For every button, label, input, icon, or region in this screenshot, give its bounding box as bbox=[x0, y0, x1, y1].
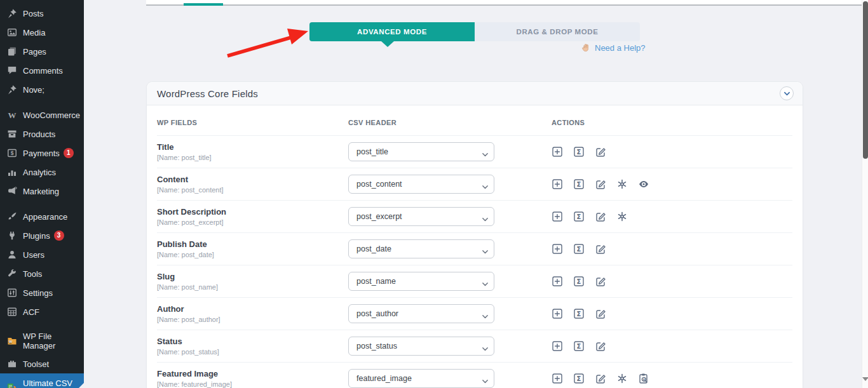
wp-field-label: Author bbox=[157, 304, 348, 314]
add-icon[interactable] bbox=[552, 243, 563, 255]
wp-field-name: [Name: post_excerpt] bbox=[157, 218, 348, 226]
wrench-icon bbox=[6, 268, 18, 279]
row-actions: Σ bbox=[552, 243, 792, 255]
csv-header-select[interactable]: post_name bbox=[348, 272, 494, 291]
woocommerce-icon: W bbox=[6, 109, 18, 121]
add-icon[interactable] bbox=[552, 276, 563, 287]
sidebar-item-woocommerce[interactable]: WWooCommerce bbox=[0, 105, 84, 124]
openai-icon[interactable] bbox=[616, 373, 628, 384]
edit-icon[interactable] bbox=[595, 243, 606, 255]
sum-icon[interactable]: Σ bbox=[573, 373, 585, 384]
mapping-row-title: Title [Name: post_title] post_title Σ bbox=[157, 135, 792, 168]
sidebar-item-nove[interactable]: Nove; bbox=[0, 80, 84, 99]
sidebar-item-payments[interactable]: $Payments1 bbox=[0, 144, 84, 163]
sum-icon[interactable]: Σ bbox=[573, 340, 585, 352]
sidebar-item-acf[interactable]: ACF bbox=[0, 302, 84, 321]
sidebar-item-tools[interactable]: Tools bbox=[0, 264, 84, 283]
toolset-icon bbox=[6, 358, 18, 370]
comment-icon bbox=[6, 65, 18, 76]
wp-field-label: Status bbox=[157, 337, 348, 346]
need-help-link[interactable]: Need a Help? bbox=[581, 43, 646, 53]
csv-header-select[interactable]: featured_image bbox=[348, 369, 494, 388]
sidebar-item-ultimate-csv-importer-free[interactable]: Ultimate CSV Importer Free bbox=[0, 373, 84, 388]
openai-icon[interactable] bbox=[616, 178, 628, 190]
add-icon[interactable] bbox=[552, 308, 563, 319]
sidebar-item-settings[interactable]: Settings bbox=[0, 283, 84, 302]
edit-icon[interactable] bbox=[595, 373, 606, 384]
sum-icon[interactable]: Σ bbox=[573, 276, 585, 287]
wp-field-label: Slug bbox=[157, 272, 348, 281]
sidebar-item-wp-file-manager[interactable]: WWP File Manager bbox=[0, 328, 84, 354]
sum-icon[interactable]: Σ bbox=[573, 308, 585, 319]
sliders-icon bbox=[6, 287, 18, 298]
wp-field-name: [Name: post_date] bbox=[157, 251, 348, 258]
tab-advanced-mode[interactable]: ADVANCED MODE bbox=[309, 22, 475, 41]
collapse-panel-button[interactable] bbox=[780, 86, 794, 100]
sum-icon[interactable]: Σ bbox=[573, 243, 585, 255]
add-icon[interactable] bbox=[552, 146, 563, 157]
sidebar-item-media[interactable]: Media bbox=[0, 23, 84, 42]
row-actions: Σ bbox=[552, 308, 792, 319]
add-icon[interactable] bbox=[552, 178, 563, 190]
sidebar-item-plugins[interactable]: Plugins3 bbox=[0, 226, 84, 245]
image-search-icon[interactable]: a bbox=[638, 373, 649, 384]
wp-field-label: Featured Image bbox=[157, 369, 348, 378]
svg-text:Σ: Σ bbox=[577, 343, 581, 350]
add-icon[interactable] bbox=[552, 340, 563, 352]
wp-field-name: [Name: post_content] bbox=[157, 186, 348, 194]
csv-header-select[interactable]: post_status bbox=[348, 337, 494, 356]
csv-header-select[interactable]: post_excerpt bbox=[348, 207, 494, 226]
sidebar-item-posts[interactable]: Posts bbox=[0, 4, 84, 23]
row-actions: Σ bbox=[552, 211, 792, 222]
sidebar-item-toolset[interactable]: Toolset bbox=[0, 354, 84, 373]
svg-text:Σ: Σ bbox=[577, 311, 581, 318]
plugin-icon bbox=[6, 230, 18, 241]
sum-icon[interactable]: Σ bbox=[573, 211, 585, 222]
scrollbar-thumb[interactable] bbox=[863, 1, 868, 159]
sum-icon[interactable]: Σ bbox=[573, 146, 585, 157]
wp-field-label: Publish Date bbox=[157, 239, 348, 249]
mapping-rows: Title [Name: post_title] post_title Σ Co… bbox=[157, 135, 792, 388]
sidebar-item-comments[interactable]: Comments bbox=[0, 61, 84, 80]
scrollbar-down-arrow[interactable] bbox=[862, 377, 868, 384]
panel-title: WordPress Core Fields bbox=[157, 88, 258, 99]
svg-text:W: W bbox=[9, 340, 13, 344]
pin-icon bbox=[6, 84, 18, 95]
edit-icon[interactable] bbox=[595, 178, 606, 190]
csv-importer-icon bbox=[6, 382, 18, 388]
sum-icon[interactable]: Σ bbox=[573, 178, 585, 190]
tab-drag-drop-mode[interactable]: DRAG & DROP MODE bbox=[475, 22, 640, 41]
svg-text:Σ: Σ bbox=[577, 181, 581, 188]
edit-icon[interactable] bbox=[595, 211, 606, 222]
payments-icon: $ bbox=[6, 147, 18, 159]
sidebar-item-products[interactable]: Products bbox=[0, 124, 84, 144]
edit-icon[interactable] bbox=[595, 340, 606, 352]
sidebar-item-pages[interactable]: Pages bbox=[0, 42, 84, 61]
vertical-scrollbar[interactable] bbox=[862, 0, 868, 388]
edit-icon[interactable] bbox=[595, 146, 606, 157]
column-header-wp-fields: WP FIELDS bbox=[157, 119, 348, 126]
csv-header-select[interactable]: post_author bbox=[348, 304, 494, 323]
add-icon[interactable] bbox=[552, 211, 563, 222]
svg-text:Σ: Σ bbox=[577, 213, 581, 220]
main-content: ADVANCED MODE DRAG & DROP MODE Need a He… bbox=[84, 0, 868, 388]
wp-field-label: Short Description bbox=[157, 207, 348, 217]
csv-header-select[interactable]: post_date bbox=[348, 239, 494, 258]
active-tab-pointer bbox=[381, 41, 394, 47]
pages-icon bbox=[6, 46, 18, 57]
sidebar-item-analytics[interactable]: Analytics bbox=[0, 163, 84, 182]
sidebar-item-users[interactable]: Users bbox=[0, 245, 84, 264]
sidebar-item-marketing[interactable]: Marketing bbox=[0, 182, 84, 201]
edit-icon[interactable] bbox=[595, 276, 606, 287]
count-badge: 3 bbox=[54, 231, 64, 241]
csv-header-select[interactable]: post_title bbox=[348, 142, 494, 161]
svg-text:W: W bbox=[8, 110, 17, 120]
edit-icon[interactable] bbox=[595, 308, 606, 319]
column-headers: WP FIELDS CSV HEADER ACTIONS bbox=[157, 105, 792, 135]
sidebar-item-appearance[interactable]: Appearance bbox=[0, 207, 84, 226]
openai-icon[interactable] bbox=[616, 211, 628, 222]
add-icon[interactable] bbox=[552, 373, 563, 384]
eye-icon[interactable] bbox=[638, 178, 649, 190]
wp-field-name: [Name: post_title] bbox=[157, 154, 348, 161]
csv-header-select[interactable]: post_content bbox=[348, 175, 494, 194]
